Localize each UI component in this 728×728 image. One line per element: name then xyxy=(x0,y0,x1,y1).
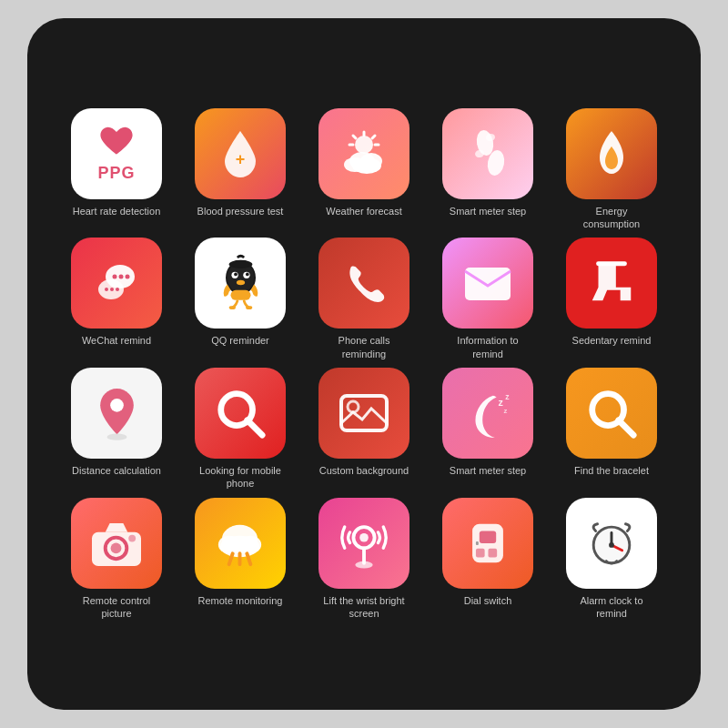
svg-rect-35 xyxy=(465,268,511,300)
app-item-blood-pressure[interactable]: + Blood pressure test xyxy=(178,108,302,231)
svg-line-5 xyxy=(353,136,356,138)
svg-rect-61 xyxy=(480,531,496,543)
app-icon-lift-wrist xyxy=(318,498,410,589)
app-item-sedentary[interactable]: Sedentary remind xyxy=(550,238,673,360)
app-item-smart-step1[interactable]: Smart meter step xyxy=(426,108,550,231)
svg-point-59 xyxy=(355,561,372,568)
app-label-weather: Weather forecast xyxy=(326,205,402,217)
app-icon-alarm xyxy=(566,498,657,589)
svg-text:z: z xyxy=(503,407,507,415)
svg-rect-62 xyxy=(476,548,485,557)
svg-point-57 xyxy=(359,532,369,541)
app-item-qq[interactable]: QQ reminder xyxy=(178,238,302,360)
app-label-smart-step1: Smart meter step xyxy=(450,205,526,217)
app-label-energy: Energy consumption xyxy=(566,205,657,231)
svg-point-38 xyxy=(106,433,126,440)
svg-line-47 xyxy=(619,420,633,435)
app-item-custom-bg[interactable]: Custom background xyxy=(302,368,426,490)
app-icon-heart-rate: PPG xyxy=(71,108,162,199)
app-icon-custom-bg xyxy=(318,368,410,459)
svg-line-3 xyxy=(372,136,375,138)
svg-point-22 xyxy=(116,288,119,291)
app-label-dial: Dial switch xyxy=(464,594,512,607)
app-icon-weather xyxy=(318,108,410,199)
app-label-qq: QQ reminder xyxy=(211,334,269,347)
svg-rect-34 xyxy=(246,306,252,309)
svg-rect-63 xyxy=(488,548,497,557)
app-label-blood-pressure: Blood pressure test xyxy=(197,205,284,217)
svg-point-29 xyxy=(236,280,244,286)
app-item-remote-monitor[interactable]: Remote monitoring xyxy=(178,498,302,621)
svg-point-69 xyxy=(609,542,614,548)
app-label-smart-step2: Smart meter step xyxy=(450,464,526,477)
svg-point-37 xyxy=(110,399,124,412)
app-icon-find-bracelet xyxy=(566,368,657,459)
svg-line-40 xyxy=(248,420,262,435)
app-item-lift-wrist[interactable]: Lift the wrist bright screen xyxy=(302,498,426,621)
svg-rect-33 xyxy=(228,306,235,309)
app-label-find-bracelet: Find the bracelet xyxy=(574,464,649,477)
svg-point-10 xyxy=(352,157,381,174)
app-item-wechat[interactable]: WeChat remind xyxy=(55,238,178,360)
svg-rect-64 xyxy=(476,541,479,545)
svg-text:+: + xyxy=(236,150,246,168)
svg-point-28 xyxy=(246,272,249,276)
svg-point-27 xyxy=(234,272,238,276)
svg-rect-32 xyxy=(232,261,248,268)
app-label-sedentary: Sedentary remind xyxy=(572,334,652,347)
app-item-energy[interactable]: Energy consumption xyxy=(550,108,673,231)
app-icon-remote-monitor xyxy=(195,498,286,589)
app-icon-remote-pic xyxy=(71,498,162,589)
svg-point-16 xyxy=(113,274,117,278)
svg-rect-30 xyxy=(230,290,250,300)
app-label-wechat: WeChat remind xyxy=(82,334,151,347)
app-item-distance[interactable]: Distance calculation xyxy=(55,368,178,490)
svg-point-20 xyxy=(105,288,108,291)
app-label-alarm: Alarm clock to remind xyxy=(566,594,657,621)
app-icon-sedentary xyxy=(566,238,657,329)
app-item-alarm[interactable]: Alarm clock to remind xyxy=(550,498,673,621)
app-label-find-phone: Looking for mobile phone xyxy=(195,464,286,490)
app-icon-energy xyxy=(566,108,657,199)
app-label-phone: Phone calls reminding xyxy=(318,334,410,360)
app-item-heart-rate[interactable]: PPG Heart rate detection xyxy=(55,108,178,231)
app-item-dial[interactable]: Dial switch xyxy=(426,498,550,621)
app-label-heart-rate: Heart rate detection xyxy=(73,205,161,217)
app-item-info[interactable]: Information to remind xyxy=(426,238,550,360)
app-item-phone[interactable]: Phone calls reminding xyxy=(302,238,426,360)
app-item-find-bracelet[interactable]: Find the bracelet xyxy=(550,368,673,490)
app-grid: PPG Heart rate detection + Blood pressur… xyxy=(55,108,673,620)
svg-point-51 xyxy=(128,534,136,541)
svg-point-21 xyxy=(110,288,114,291)
app-icon-distance xyxy=(71,368,162,459)
app-label-distance: Distance calculation xyxy=(72,464,161,477)
app-icon-wechat xyxy=(71,238,162,329)
app-item-smart-step2[interactable]: z z z Smart meter step xyxy=(426,368,550,490)
app-icon-phone xyxy=(318,238,410,329)
app-icon-smart-step1 xyxy=(442,108,533,199)
app-icon-smart-step2: z z z xyxy=(442,368,533,459)
app-icon-blood-pressure: + xyxy=(195,108,286,199)
app-icon-dial xyxy=(442,498,533,589)
app-item-weather[interactable]: Weather forecast xyxy=(302,108,426,231)
svg-point-1 xyxy=(355,136,373,154)
svg-rect-41 xyxy=(341,396,387,430)
app-label-lift-wrist: Lift the wrist bright screen xyxy=(318,594,410,621)
app-label-remote-pic: Remote control picture xyxy=(71,594,162,621)
app-label-info: Information to remind xyxy=(442,334,533,360)
app-icon-qq xyxy=(195,238,286,329)
app-icon-info xyxy=(442,238,533,329)
app-card: PPG Heart rate detection + Blood pressur… xyxy=(27,18,701,710)
app-item-remote-pic[interactable]: Remote control picture xyxy=(55,498,178,621)
app-label-remote-monitor: Remote monitoring xyxy=(198,594,283,607)
svg-point-17 xyxy=(119,274,124,278)
svg-text:z: z xyxy=(505,392,510,401)
app-icon-find-phone xyxy=(195,368,286,459)
app-item-find-phone[interactable]: Looking for mobile phone xyxy=(178,368,302,490)
svg-point-50 xyxy=(111,542,122,553)
svg-point-18 xyxy=(126,274,130,278)
app-label-custom-bg: Custom background xyxy=(319,464,409,477)
